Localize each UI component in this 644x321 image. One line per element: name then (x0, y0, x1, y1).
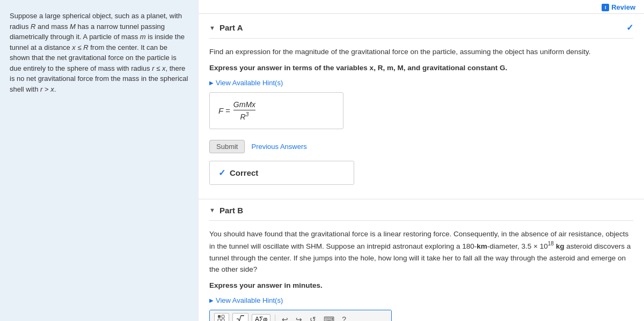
part-a-triangle[interactable]: ▼ (209, 25, 215, 31)
formula-prefix: F = (218, 106, 230, 115)
review-icon: I (602, 4, 609, 11)
svg-rect-3 (222, 319, 224, 321)
part-b-question: You should have found that the gravitati… (209, 228, 633, 275)
part-a-submit-button[interactable]: Submit (209, 140, 245, 153)
part-a-previous-answers-link[interactable]: Previous Answers (251, 143, 306, 151)
part-a-question: Find an expression for the magnitude of … (209, 46, 633, 58)
right-panel: I Review ▼ Part A ✓ Find an expression f… (199, 0, 644, 321)
part-a-bold: Express your answer in terms of the vari… (209, 64, 507, 72)
part-b-hint-label: View Available Hint(s) (216, 296, 283, 304)
part-a-hint-link[interactable]: ▶ View Available Hint(s) (209, 79, 633, 87)
toolbar-greek-btn[interactable]: AΣφ (252, 314, 270, 321)
top-bar: I Review (199, 0, 644, 14)
toolbar-matrix-btn[interactable] (214, 313, 229, 321)
part-a-formula-box: F = GmMx R3 (209, 92, 343, 129)
sqrt-icon (236, 315, 245, 321)
math-toolbar: AΣφ ↩ ↪ ↺ ⌨ ? (210, 310, 391, 321)
part-a-section: ▼ Part A ✓ Find an expression for the ma… (199, 14, 644, 199)
math-input-container: AΣφ ↩ ↪ ↺ ⌨ ? t = min (209, 310, 392, 321)
part-a-actions-row: Submit Previous Answers (209, 140, 633, 153)
svg-rect-1 (222, 315, 224, 318)
part-b-hint-link[interactable]: ▶ View Available Hint(s) (209, 296, 633, 304)
toolbar-redo-btn[interactable]: ↪ (294, 314, 304, 321)
part-a-header: ▼ Part A ✓ (209, 16, 633, 39)
formula-numerator: GmMx (233, 100, 255, 110)
correct-checkmark: ✓ (218, 168, 225, 178)
part-a-correct-box: ✓ Correct (209, 161, 354, 185)
part-a-hint-label: View Available Hint(s) (216, 79, 283, 87)
matrix-icon (217, 315, 226, 321)
part-a-bold-text: Express your answer in terms of the vari… (209, 62, 633, 74)
part-b-bold: Express your answer in minutes. (209, 281, 323, 289)
part-a-hint-triangle: ▶ (209, 80, 214, 86)
part-a-question-text: Find an expression for the magnitude of … (209, 48, 590, 56)
part-a-checkmark: ✓ (626, 23, 633, 33)
part-b-bold-text: Express your answer in minutes. (209, 280, 633, 292)
formula-fraction: GmMx R3 (233, 100, 255, 121)
part-b-label: Part B (219, 206, 243, 215)
toolbar-keyboard-btn[interactable]: ⌨ (321, 314, 336, 321)
toolbar-divider (275, 315, 275, 321)
part-b-header: ▼ Part B (209, 199, 633, 221)
problem-text: Suppose a large spherical object, such a… (10, 11, 189, 94)
toolbar-refresh-btn[interactable]: ↺ (308, 314, 318, 321)
toolbar-undo-btn[interactable]: ↩ (280, 314, 290, 321)
svg-rect-2 (218, 319, 221, 321)
toolbar-help-btn[interactable]: ? (340, 314, 348, 321)
problem-description: Suppose a large spherical object, such a… (0, 0, 199, 321)
review-link[interactable]: I Review (602, 3, 635, 11)
part-b-hint-triangle: ▶ (209, 297, 214, 303)
review-label: Review (611, 3, 635, 11)
toolbar-sqrt-btn[interactable] (232, 313, 248, 321)
part-b-triangle[interactable]: ▼ (209, 207, 215, 213)
svg-rect-0 (218, 315, 221, 318)
part-b-section: ▼ Part B You should have found that the … (199, 199, 644, 321)
formula-denominator: R3 (240, 111, 249, 121)
correct-label: Correct (230, 168, 258, 177)
part-a-label: Part A (219, 23, 243, 32)
